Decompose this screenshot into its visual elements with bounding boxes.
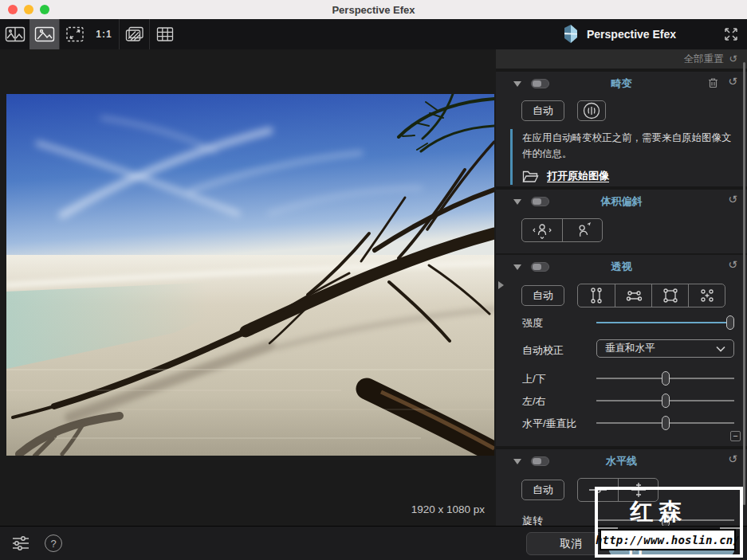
distortion-toggle[interactable] bbox=[531, 79, 549, 88]
compare-toggle-icon[interactable] bbox=[120, 19, 149, 49]
collapse-advanced-button[interactable]: − bbox=[730, 431, 741, 441]
app-logo bbox=[561, 25, 579, 44]
free-points-tool-icon[interactable] bbox=[688, 284, 725, 307]
single-view-icon[interactable] bbox=[29, 19, 59, 49]
grid-overlay-icon[interactable] bbox=[150, 19, 179, 49]
preview-photo[interactable] bbox=[6, 94, 494, 456]
distortion-info-text: 在应用自动畸变校正之前，需要来自原始图像文件的信息。 bbox=[522, 130, 736, 162]
section-volume-deformation: 体积偏斜 ↺ bbox=[496, 190, 747, 253]
watermark-overlay: 红森林 http://www.hoslin.cn/ bbox=[595, 487, 743, 558]
horizon-toggle[interactable] bbox=[531, 456, 549, 466]
strength-label: 强度 bbox=[522, 316, 543, 331]
app-window: Perspective Efex 1:1 bbox=[0, 0, 747, 560]
titlebar: Perspective Efex bbox=[0, 0, 747, 19]
zoom-1to1-button[interactable]: 1:1 bbox=[89, 19, 119, 49]
chevron-down-icon[interactable] bbox=[513, 81, 521, 87]
fit-screen-icon[interactable] bbox=[60, 19, 89, 49]
watermark-url-box: http://www.hoslin.cn/ bbox=[600, 529, 736, 550]
slider-handle[interactable] bbox=[726, 315, 734, 330]
fullscreen-icon[interactable] bbox=[723, 26, 739, 42]
auto-correct-label: 自动校正 bbox=[522, 343, 564, 358]
watermark-url: http://www.hoslin.cn/ bbox=[596, 534, 740, 546]
image-dimensions-label: 1920 x 1080 px bbox=[411, 503, 485, 515]
panel-collapse-arrow[interactable] bbox=[498, 281, 504, 289]
toolbar: 1:1 Perspective Efex bbox=[0, 19, 747, 49]
up-down-slider[interactable] bbox=[596, 370, 734, 387]
reset-all-row: 全部重置 ↺ bbox=[496, 49, 747, 69]
left-right-slider[interactable] bbox=[596, 392, 734, 409]
compare-split-icon[interactable] bbox=[0, 19, 29, 49]
slider-handle[interactable] bbox=[662, 394, 670, 408]
section-distortion: 畸变 ↺ 自动 在应用自动畸变校 bbox=[496, 72, 747, 186]
perspective-toggle[interactable] bbox=[531, 262, 549, 272]
settings-sliders-icon[interactable] bbox=[11, 535, 30, 552]
volume-toggle[interactable] bbox=[531, 197, 549, 206]
chevron-down-icon[interactable] bbox=[513, 459, 521, 464]
adjustments-panel: 全部重置 ↺ 畸变 ↺ 自动 bbox=[496, 49, 747, 526]
panel-scrollbar[interactable] bbox=[743, 62, 745, 505]
horizontal-lines-tool-icon[interactable] bbox=[615, 284, 651, 307]
zoom-ratio-label: 1:1 bbox=[96, 29, 112, 40]
distortion-info-box: 在应用自动畸变校正之前，需要来自原始图像文件的信息。 打开原始图像 bbox=[510, 129, 736, 185]
chevron-down-icon bbox=[716, 346, 725, 352]
zoom-window-button[interactable] bbox=[40, 5, 49, 14]
volume-diagonal-icon[interactable] bbox=[562, 219, 602, 241]
slider-handle[interactable] bbox=[662, 416, 670, 430]
lens-distortion-icon[interactable] bbox=[577, 100, 606, 121]
distortion-auto-button[interactable]: 自动 bbox=[521, 100, 564, 121]
image-canvas[interactable]: 1920 x 1080 px bbox=[0, 49, 496, 526]
minimize-window-button[interactable] bbox=[24, 5, 33, 14]
hv-ratio-slider[interactable] bbox=[596, 414, 734, 432]
perspective-auto-button[interactable]: 自动 bbox=[521, 285, 564, 306]
hv-ratio-label: 水平/垂直比 bbox=[522, 417, 577, 431]
folder-open-icon bbox=[522, 170, 539, 183]
reset-all-button[interactable]: 全部重置 bbox=[684, 53, 724, 66]
undo-icon[interactable]: ↺ bbox=[728, 76, 737, 87]
vertical-lines-tool-icon[interactable] bbox=[578, 284, 615, 307]
help-label: ? bbox=[50, 538, 56, 550]
undo-icon[interactable]: ↺ bbox=[728, 194, 737, 205]
trash-icon[interactable] bbox=[708, 77, 718, 88]
up-down-label: 上/下 bbox=[522, 372, 546, 386]
app-brand: Perspective Efex bbox=[561, 19, 676, 49]
strength-slider[interactable] bbox=[596, 314, 734, 331]
open-original-image-link[interactable]: 打开原始图像 bbox=[547, 169, 609, 183]
section-perspective: 透视 ↺ 自动 bbox=[496, 255, 747, 446]
help-button[interactable]: ? bbox=[45, 535, 62, 552]
undo-icon[interactable]: ↺ bbox=[728, 453, 737, 464]
window-title: Perspective Efex bbox=[0, 4, 747, 16]
slider-handle[interactable] bbox=[662, 371, 670, 386]
close-window-button[interactable] bbox=[8, 5, 18, 14]
horizon-auto-button[interactable]: 自动 bbox=[521, 480, 564, 500]
chevron-down-icon[interactable] bbox=[513, 199, 521, 205]
undo-icon[interactable]: ↺ bbox=[728, 259, 737, 270]
left-right-label: 左/右 bbox=[522, 394, 546, 409]
watermark-name: 红森林 bbox=[624, 496, 714, 560]
brand-title: Perspective Efex bbox=[587, 28, 676, 41]
chevron-down-icon[interactable] bbox=[513, 264, 521, 270]
rectangle-tool-icon[interactable] bbox=[651, 284, 688, 307]
auto-correct-select[interactable]: 垂直和水平 bbox=[596, 339, 734, 358]
undo-icon[interactable]: ↺ bbox=[729, 54, 737, 65]
auto-correct-value: 垂直和水平 bbox=[605, 342, 716, 355]
volume-horizontal-icon[interactable] bbox=[522, 219, 562, 241]
